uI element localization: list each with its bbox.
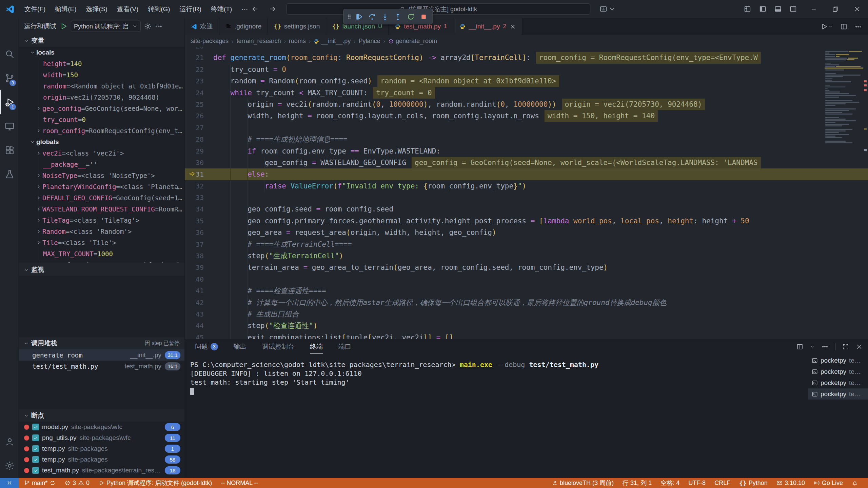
menu-item-3[interactable]: 查看(V) [112,0,143,18]
code-line-28[interactable]: 28# ====生成初始地理信息==== [185,134,868,145]
debug-step-into-button[interactable] [379,10,391,23]
menu-item-1[interactable]: 编辑(E) [50,0,81,18]
code-line-30[interactable]: 30geo_config = WASTELAND_GEO_CONFIGgeo_c… [185,157,868,168]
breadcrumb-item[interactable]: generate_room [388,38,437,45]
code-line-40[interactable]: 40 [185,273,868,285]
customize-layout-icon[interactable] [744,5,751,13]
menu-item-2[interactable]: 选择(S) [81,0,112,18]
chevron-right-icon[interactable] [35,218,42,223]
stack-frame[interactable]: test/test_math.pytest_math.py16:1 [19,361,184,372]
code-line-42[interactable]: 42# 计算每一个出口的中心，然后使用astar生成路径，确保每一个出口组合都可… [185,297,868,308]
chevron-down-icon[interactable] [29,50,36,55]
chevron-down-icon[interactable] [810,344,815,349]
call-stack-section-header[interactable]: 调用堆栈 因 step 已暂停 [19,337,184,349]
variable-row[interactable]: TileTag = <class 'TileTag'> [19,215,184,226]
restore-button[interactable] [825,0,846,18]
variable-row[interactable]: WASTELAND_ROOM_REQUEST_CONFIG = RoomR… [19,203,184,215]
more-actions-icon[interactable] [855,23,862,30]
menu-item-7[interactable]: ··· [237,0,253,18]
activity-settings[interactable] [0,454,18,478]
eol[interactable]: CRLF [714,480,730,487]
variable-row[interactable]: height = 140 [19,58,184,69]
breadcrumb-item[interactable]: __init__.py [314,38,351,45]
language-mode[interactable]: {}Python [739,480,768,487]
variable-row[interactable]: vec2i = <class 'vec2i'> [19,147,184,159]
variable-row[interactable]: NoiseType = <class 'NoiseType'> [19,170,184,181]
variable-row[interactable]: __package__ = '' [19,159,184,170]
interpreter[interactable]: 3.10.10 [776,480,805,487]
variable-row[interactable]: locals [19,47,184,58]
breakpoints-section-header[interactable]: 断点 [19,409,184,422]
vim-mode[interactable]: -- NORMAL -- [221,480,258,487]
terminal-list-item[interactable]: pocketpyte… [808,377,868,388]
menu-item-6[interactable]: 终端(T) [206,0,237,18]
chevron-right-icon[interactable] [35,106,42,111]
terminal-output[interactable]: PS C:\computer_science\godot-ldtk\site-p… [190,360,598,395]
variables-section-header[interactable]: 变量 [19,35,184,47]
variable-row[interactable]: origin = vec2i(7205730, 9024468) [19,92,184,103]
back-arrow-icon[interactable] [252,5,259,13]
more-actions-icon[interactable] [155,23,162,30]
code-line-33[interactable]: 33 [185,192,868,203]
variable-row[interactable]: width = 150 [19,69,184,80]
toggle-primary-sidebar-icon[interactable] [759,5,766,13]
encoding[interactable]: UTF-8 [688,480,706,487]
variable-row[interactable]: Random = <class 'Random'> [19,226,184,237]
chevron-right-icon[interactable] [35,229,42,234]
variable-row[interactable]: Tile = <class 'Tile'> [19,237,184,248]
code-line-38[interactable]: 38step("生成TerrainCell") [185,250,868,262]
variable-row[interactable]: try_count = 0 [19,114,184,125]
code-line-44[interactable]: 44step("检查连通性") [185,320,868,331]
split-editor-icon[interactable] [840,23,847,30]
breakpoint-checkbox[interactable] [32,445,39,452]
chevron-right-icon[interactable] [35,128,42,134]
debug-step-over-button[interactable] [366,10,378,23]
menu-item-4[interactable]: 转到(G) [143,0,175,18]
watch-section-header[interactable]: 监视 [19,264,184,276]
cursor-position[interactable]: 行 31, 列 1 [623,479,652,487]
tab--[interactable]: 欢迎 [185,18,219,35]
chevron-right-icon[interactable] [35,184,42,189]
code-line-22[interactable]: 22try_count = 0 [185,64,868,75]
debug-restart-button[interactable] [405,10,417,23]
code-line-37[interactable]: 37# ====生成TerrainCell==== [185,239,868,250]
gear-icon[interactable] [144,23,152,30]
activity-remote-explorer[interactable] [0,114,18,138]
close-panel-icon[interactable] [856,343,863,350]
more-actions-icon[interactable] [822,343,828,350]
panel-tab-输出[interactable]: 输出 [234,339,246,354]
activity-run-and-debug[interactable]: 1 [0,90,18,114]
breakpoint-checkbox[interactable] [32,434,39,441]
variable-row[interactable]: step = <function step at 0x1bf9cd216d… [19,259,184,263]
remote-indicator[interactable] [0,478,19,488]
git-branch[interactable]: main* [24,480,56,487]
code-line-25[interactable]: 25origin = vec2i(random.randint(0, 10000… [185,99,868,110]
variable-row[interactable]: globals [19,136,184,147]
debug-session[interactable]: Python 调试程序: 启动文件 (godot-ldtk) [98,479,212,487]
toggle-secondary-sidebar-icon[interactable] [790,5,797,13]
activity-account[interactable] [0,430,18,454]
code-line-39[interactable]: 39terrain_area = geo_area_to_terrain(geo… [185,262,868,273]
layout-grid-icon[interactable] [599,5,616,13]
activity-explorer[interactable] [0,18,18,42]
breakpoint-row[interactable]: model.pysite-packages\wfc6 [19,422,184,432]
breadcrumb-item[interactable]: rooms [289,38,306,45]
breadcrumb-item[interactable]: site-packages [191,38,229,45]
problems[interactable]: 30 [64,480,90,487]
variable-row[interactable]: random = <Random object at 0x1bf9d01e… [19,80,184,92]
variable-row[interactable]: geo_config = GeoConfig(seed=None, wor… [19,103,184,114]
panel-tab-调试控制台[interactable]: 调试控制台 [262,339,294,354]
code-line-43[interactable]: 43# 生成出口组合 [185,308,868,320]
debug-continue-button[interactable] [353,10,365,23]
variable-row[interactable]: DEFAULT_GEO_CONFIG = GeoConfig(seed=1… [19,192,184,203]
chevron-right-icon[interactable] [35,206,42,212]
code-line-36[interactable]: 36geo_area = request_area(origin, width,… [185,227,868,238]
forward-arrow-icon[interactable] [269,5,276,13]
chevron-right-icon[interactable] [35,240,42,245]
code-line-45[interactable]: 45exit_combinations:list[tuple[vec2i, ve… [185,332,868,339]
breakpoint-row[interactable]: temp.pysite-packages58 [19,454,184,465]
terminal-list-item[interactable]: pocketpyte… [808,366,868,377]
code-line-20[interactable]: 20 [185,47,868,52]
tab--gdignore[interactable]: .gdignore [219,18,268,35]
minimize-button[interactable] [803,0,825,18]
